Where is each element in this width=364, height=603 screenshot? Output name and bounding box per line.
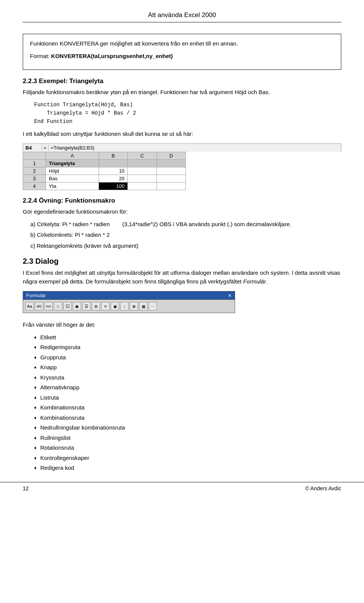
toolbar-icon-checkbox[interactable]: ☑ xyxy=(63,302,72,310)
page-footer: 12 © Anders Avdic xyxy=(0,482,364,491)
list-item-text: Listruta xyxy=(40,394,59,402)
list-item: Alternativknapp xyxy=(34,383,341,392)
cell-1b xyxy=(99,160,127,167)
table-row: 4 Yta 100 xyxy=(23,183,186,190)
list-item: Listruta xyxy=(34,394,341,402)
toolbar-icon-properties[interactable]: ▦ xyxy=(139,302,147,310)
section-224-item-b: b) Cirkelomkrets: Pi * radien * 2 xyxy=(30,231,341,239)
excel-table-wrapper: B4 = =Triangelyta(B2;B3) A B C D 1 Trian… xyxy=(23,143,341,190)
toolbar-icon-radio[interactable]: ◉ xyxy=(73,302,81,310)
section-224-title: 2.2.4 Övning: Funktionsmakro xyxy=(23,197,341,205)
list-item: Knapp xyxy=(34,363,341,372)
formulär-toolbar: Aa ab| xvz □ ☑ ◉ ☰ ⊞ ≡ ▣ ↕ ⊠ ▦ ⋯ xyxy=(23,299,235,313)
cell-1a: Triangelyta xyxy=(46,160,99,167)
toolbar-icon-edit[interactable]: ab| xyxy=(35,302,43,310)
cell-4a: Yta xyxy=(46,183,99,190)
list-item-text: Nedrullningsbar kombinationsruta xyxy=(40,424,125,432)
cell-3d xyxy=(157,175,185,183)
page-header: Att använda Excel 2000 xyxy=(23,11,341,22)
toolbar-icon-combo2[interactable]: ≡ xyxy=(101,302,110,310)
toolbar-icon-scroll[interactable]: ↕ xyxy=(120,302,129,310)
table-row: 1 Triangelyta xyxy=(23,160,186,167)
items-list: Etikett Redigeringsruta Gruppruta Knapp … xyxy=(34,333,341,472)
list-item: Etikett xyxy=(34,333,341,342)
equals-sign: = xyxy=(42,145,49,151)
section-23-period: . xyxy=(266,278,267,285)
cell-4c xyxy=(128,183,157,190)
intro-format-bold: KONVERTERA(tal,ursprungsenhet,ny_enhet) xyxy=(51,53,173,59)
list-item: Rotationsruta xyxy=(34,444,341,452)
section-224-item-c: c) Rektangelomkrets (kräver två argument… xyxy=(30,242,341,250)
toolbar-icon-spin[interactable]: ⊠ xyxy=(130,302,138,310)
from-left-label: Från vänster till höger är det: xyxy=(23,321,341,329)
formulär-label: Formulär xyxy=(26,293,46,298)
page: Att använda Excel 2000 Funktionen KONVER… xyxy=(0,0,364,499)
section-23-para1-text: I Excel finns det möjlighet att utnyttja… xyxy=(23,269,340,285)
intro-line2-prefix: Format: xyxy=(30,53,51,59)
intro-line1: Funktionen KONVERTERA ger möjlighet att … xyxy=(30,39,334,48)
cell-2a: Höjd xyxy=(46,167,99,175)
cell-2b: 10 xyxy=(99,167,127,175)
row-num: 3 xyxy=(23,175,46,183)
list-item: Redigeringsruta xyxy=(34,343,341,352)
close-icon[interactable]: ✕ xyxy=(228,293,232,298)
list-item-text: Rotationsruta xyxy=(40,444,74,452)
section-223-para1: Följande funktionsmakro beräknar ytan på… xyxy=(23,88,341,97)
list-item-text: Knapp xyxy=(40,363,56,372)
cell-3b: 20 xyxy=(99,175,127,183)
list-item-text: Kombinationsruta xyxy=(40,403,85,412)
list-item-text: Kontrollegenskaper xyxy=(40,454,89,463)
section-224-intro: Gör egendefinierade funktionsmakron för: xyxy=(23,208,341,216)
list-item-text: Rullningslist xyxy=(40,434,71,442)
list-item: Kombinationsruta xyxy=(34,403,341,412)
row-num: 2 xyxy=(23,167,46,175)
row-num: 4 xyxy=(23,183,46,190)
excel-table: A B C D 1 Triangelyta 2 Höjd 10 xyxy=(23,152,186,190)
toolbar-icon-listbox[interactable]: ☰ xyxy=(82,302,91,310)
list-item: Rullningslist xyxy=(34,434,341,442)
formulär-container: Formulär ✕ Aa ab| xvz □ ☑ ◉ ☰ ⊞ ≡ ▣ ↕ ⊠ … xyxy=(23,291,235,313)
list-item: Nedrullningsbar kombinationsruta xyxy=(34,424,341,432)
cell-ref: B4 xyxy=(23,145,42,151)
col-header-d: D xyxy=(157,152,185,160)
page-number: 12 xyxy=(23,485,29,491)
code-block: Function Triangelyta(Höjd, Bas) Triangel… xyxy=(34,101,341,126)
toolbar-icon-combo1[interactable]: ⊞ xyxy=(92,302,100,310)
section-223-para2: I ett kalkylblad som utnyttjar funktione… xyxy=(23,130,341,139)
section-23-italic: Formulär xyxy=(243,278,266,285)
list-item-text: Alternativknapp xyxy=(40,383,79,392)
row-num: 1 xyxy=(23,160,46,167)
section-224-item-a: a) Cirkelyta: Pi * radien * radien (3,14… xyxy=(30,220,341,229)
cell-2c xyxy=(128,167,157,175)
header-title: Att använda Excel 2000 xyxy=(148,11,216,19)
list-item: Redigera kod xyxy=(34,464,341,472)
col-header-empty xyxy=(23,152,46,160)
list-item: Kryssruta xyxy=(34,373,341,382)
col-header-c: C xyxy=(128,152,157,160)
list-item: Kontrollegenskaper xyxy=(34,454,341,463)
formulär-title-bar: Formulär ✕ xyxy=(23,291,235,299)
intro-line2: Format: KONVERTERA(tal,ursprungsenhet,ny… xyxy=(30,52,334,61)
toolbar-icon-label[interactable]: Aa xyxy=(25,302,34,310)
cell-2d xyxy=(157,167,185,175)
list-item: Kombinationsruta xyxy=(34,414,341,422)
table-row: 2 Höjd 10 xyxy=(23,167,186,175)
toolbar-icon-dropdown[interactable]: ▣ xyxy=(111,302,119,310)
section-23-para1: I Excel finns det möjlighet att utnyttja… xyxy=(23,269,341,286)
section-223-title: 2.2.3 Exempel: Triangelyta xyxy=(23,77,341,85)
list-item-text: Kryssruta xyxy=(40,373,64,382)
col-header-b: B xyxy=(99,152,127,160)
formula-bar: B4 = =Triangelyta(B2;B3) xyxy=(23,143,341,152)
formula-content: =Triangelyta(B2;B3) xyxy=(49,145,97,151)
cell-4b: 100 xyxy=(99,183,127,190)
table-row: 3 Bas 20 xyxy=(23,175,186,183)
cell-1c xyxy=(128,160,157,167)
intro-box: Funktionen KONVERTERA ger möjlighet att … xyxy=(23,34,341,70)
copyright: © Anders Avdic xyxy=(305,485,341,491)
toolbar-icon-editcode[interactable]: ⋯ xyxy=(149,302,157,310)
toolbar-icon-group[interactable]: xvz xyxy=(44,302,53,310)
toolbar-icon-button[interactable]: □ xyxy=(54,302,62,310)
section-23-title: 2.3 Dialog xyxy=(23,257,341,266)
list-item-text: Etikett xyxy=(40,333,56,342)
cell-4d xyxy=(157,183,185,190)
